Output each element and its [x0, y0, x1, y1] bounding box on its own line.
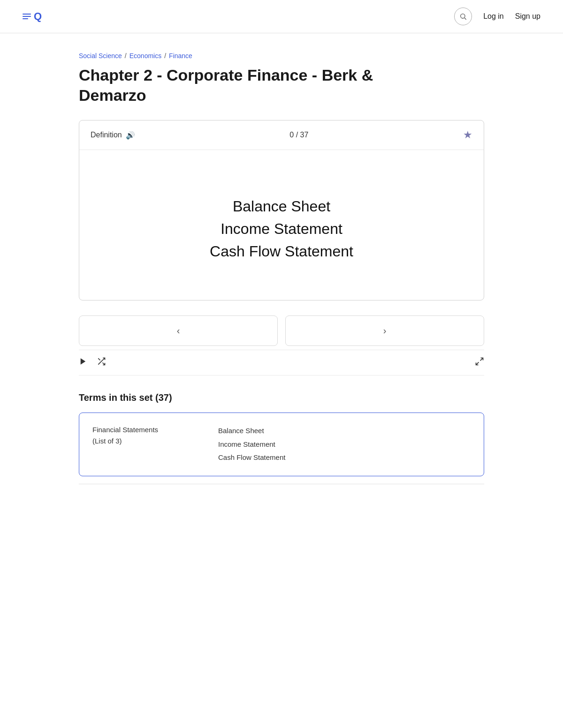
section-divider: [79, 484, 484, 484]
flashcard-type: Definition 🔊: [91, 131, 135, 140]
bookmark-icon[interactable]: ★: [463, 129, 472, 141]
flashcard-text: Balance Sheet Income Statement Cash Flow…: [210, 195, 353, 263]
card-counter: 0 / 37: [289, 131, 308, 139]
definition-label: Definition: [91, 131, 122, 139]
play-icon: [79, 357, 87, 366]
logo-line-3: [23, 18, 28, 19]
prev-button[interactable]: ‹: [79, 315, 278, 346]
flashcard-content[interactable]: Balance Sheet Income Statement Cash Flow…: [79, 150, 484, 300]
fullscreen-button[interactable]: [475, 357, 484, 368]
site-header: Q Log in Sign up: [0, 0, 563, 33]
breadcrumb-sep-1: /: [125, 52, 127, 60]
logo-line-1: [23, 14, 31, 15]
shuffle-icon: [97, 357, 106, 366]
table-row: Financial Statements(List of 3) Balance …: [79, 413, 484, 476]
logo-line-2: [23, 16, 31, 17]
chevron-left-icon: ‹: [177, 325, 180, 336]
definition-line-3: Cash Flow Statement: [218, 453, 285, 461]
svg-line-5: [98, 358, 100, 360]
play-button[interactable]: [79, 357, 87, 368]
logo[interactable]: Q: [23, 11, 42, 22]
logo-text: Q: [34, 11, 42, 22]
breadcrumb-sep-2: /: [164, 52, 166, 60]
term-label: Financial Statements(List of 3): [92, 424, 196, 465]
sound-icon[interactable]: 🔊: [126, 131, 135, 140]
search-icon: [459, 13, 467, 20]
controls-left: [79, 357, 106, 368]
svg-line-7: [476, 362, 479, 365]
flashcard-area: Definition 🔊 0 / 37 ★ Balance Sheet Inco…: [79, 120, 484, 300]
controls-bar: [79, 350, 484, 375]
logo-lines-icon: [23, 14, 31, 19]
flashcard-line-3: Cash Flow Statement: [210, 240, 353, 263]
search-button[interactable]: [454, 8, 472, 25]
fullscreen-icon: [475, 357, 484, 366]
svg-marker-2: [81, 358, 86, 365]
definition-line-2: Income Statement: [218, 440, 275, 448]
breadcrumb: Social Science / Economics / Finance: [79, 52, 484, 60]
page-title: Chapter 2 - Corporate Finance - Berk & D…: [79, 65, 407, 105]
next-button[interactable]: ›: [285, 315, 484, 346]
term-name: Financial Statements(List of 3): [92, 426, 158, 445]
term-definition: Balance Sheet Income Statement Cash Flow…: [218, 424, 285, 465]
svg-point-0: [461, 14, 465, 18]
main-content: Social Science / Economics / Finance Cha…: [56, 52, 507, 484]
breadcrumb-economics[interactable]: Economics: [129, 52, 161, 60]
svg-line-6: [480, 358, 483, 361]
breadcrumb-finance[interactable]: Finance: [169, 52, 192, 60]
flashcard-line-1: Balance Sheet: [210, 195, 353, 218]
breadcrumb-social-science[interactable]: Social Science: [79, 52, 122, 60]
header-nav: Log in Sign up: [454, 8, 540, 25]
nav-buttons: ‹ ›: [79, 315, 484, 346]
terms-title: Terms in this set (37): [79, 392, 484, 403]
shuffle-button[interactable]: [97, 357, 106, 368]
chevron-right-icon: ›: [383, 325, 387, 336]
flashcard-line-2: Income Statement: [210, 218, 353, 240]
svg-line-1: [464, 18, 466, 20]
terms-section: Terms in this set (37) Financial Stateme…: [79, 392, 484, 484]
login-link[interactable]: Log in: [483, 12, 504, 21]
flashcard-header: Definition 🔊 0 / 37 ★: [79, 120, 484, 150]
signup-link[interactable]: Sign up: [515, 12, 540, 21]
definition-line-1: Balance Sheet: [218, 427, 264, 435]
